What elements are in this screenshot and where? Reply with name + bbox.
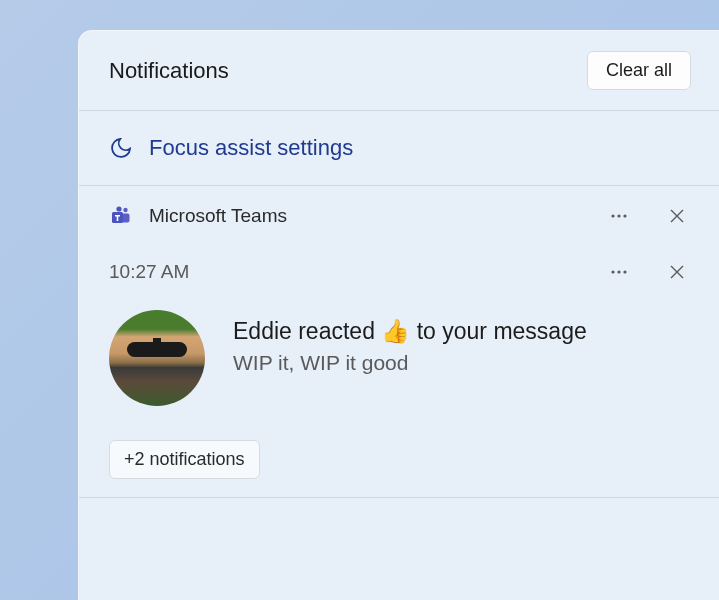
sender-avatar — [109, 310, 205, 406]
notification-app-header: Microsoft Teams — [79, 186, 719, 246]
app-name: Microsoft Teams — [149, 205, 587, 227]
app-header-actions — [603, 200, 691, 232]
notification-dismiss-button[interactable] — [663, 258, 691, 286]
svg-point-4 — [611, 214, 614, 217]
close-icon — [669, 264, 685, 280]
svg-point-1 — [116, 206, 121, 211]
svg-point-5 — [617, 214, 620, 217]
app-more-button[interactable] — [603, 200, 635, 232]
focus-assist-settings-link[interactable]: Focus assist settings — [79, 111, 719, 185]
svg-point-0 — [123, 208, 127, 212]
teams-icon — [109, 204, 133, 228]
panel-header: Notifications Clear all — [79, 31, 719, 110]
app-dismiss-button[interactable] — [663, 202, 691, 230]
close-icon — [669, 208, 685, 224]
notification-timestamp: 10:27 AM — [109, 261, 189, 283]
notification-item[interactable]: 10:27 AM — [79, 246, 719, 426]
notification-item-top: 10:27 AM — [109, 256, 691, 288]
svg-point-9 — [623, 270, 626, 273]
more-notifications-button[interactable]: +2 notifications — [109, 440, 260, 479]
more-horizontal-icon — [609, 262, 629, 282]
panel-title: Notifications — [109, 58, 229, 84]
divider — [79, 497, 719, 498]
notification-text: Eddie reacted 👍 to your message WIP it, … — [233, 310, 587, 375]
notification-subtitle: WIP it, WIP it good — [233, 351, 587, 375]
notification-title: Eddie reacted 👍 to your message — [233, 316, 587, 347]
moon-icon — [109, 136, 133, 160]
focus-assist-label: Focus assist settings — [149, 135, 353, 161]
more-horizontal-icon — [609, 206, 629, 226]
notification-center-panel: Notifications Clear all Focus assist set… — [78, 30, 719, 600]
svg-point-8 — [617, 270, 620, 273]
svg-point-6 — [623, 214, 626, 217]
notification-actions — [603, 256, 691, 288]
spacer — [79, 479, 719, 497]
svg-point-7 — [611, 270, 614, 273]
notification-more-button[interactable] — [603, 256, 635, 288]
notification-content: Eddie reacted 👍 to your message WIP it, … — [109, 310, 691, 406]
clear-all-button[interactable]: Clear all — [587, 51, 691, 90]
